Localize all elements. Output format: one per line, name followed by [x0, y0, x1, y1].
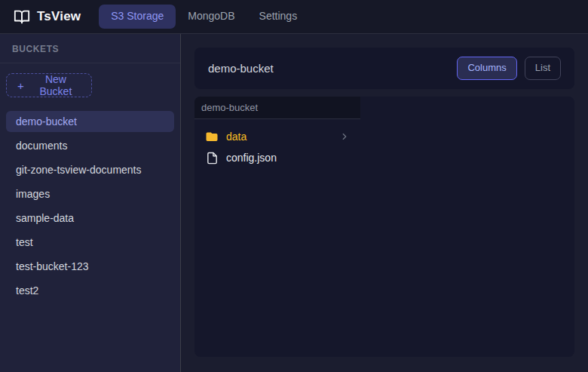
plus-icon: +: [17, 80, 24, 91]
file-icon: [205, 152, 219, 164]
brand[interactable]: TsView: [14, 8, 81, 25]
nav-tab[interactable]: Settings: [247, 5, 310, 28]
brand-title: TsView: [37, 9, 81, 24]
column-item-folder[interactable]: data: [199, 126, 356, 147]
page-body: BUCKETS + New Bucket demo-bucketdocument…: [0, 34, 588, 372]
column-item-list: data config.json: [194, 126, 360, 168]
bucket-list: demo-bucketdocumentsgit-zone-tsview-docu…: [0, 111, 180, 304]
column-item-file[interactable]: config.json: [199, 147, 356, 168]
sidebar-bucket-item[interactable]: demo-bucket: [6, 111, 174, 132]
browser-column: demo-bucket data config.json: [194, 97, 360, 357]
book-open-icon: [14, 8, 30, 25]
view-toggle-button[interactable]: Columns: [457, 57, 516, 80]
sidebar-bucket-item[interactable]: documents: [6, 135, 174, 156]
column-header: demo-bucket: [194, 97, 360, 119]
item-name: data: [226, 131, 247, 143]
sidebar-section-header: BUCKETS: [0, 34, 180, 63]
top-navbar: TsView S3 StorageMongoDBSettings: [0, 0, 588, 34]
sidebar: BUCKETS + New Bucket demo-bucketdocument…: [0, 34, 181, 372]
sidebar-bucket-item[interactable]: git-zone-tsview-documents: [6, 159, 174, 180]
bucket-title: demo-bucket: [208, 62, 274, 75]
nav-tabs: S3 StorageMongoDBSettings: [99, 5, 309, 28]
item-name: config.json: [226, 152, 277, 164]
sidebar-bucket-item[interactable]: sample-data: [6, 208, 174, 229]
sidebar-bucket-item[interactable]: test-bucket-123: [6, 256, 174, 277]
new-bucket-label: New Bucket: [31, 73, 81, 97]
bucket-header-bar: demo-bucket ColumnsList: [194, 48, 574, 89]
nav-tab[interactable]: S3 Storage: [99, 5, 176, 28]
sidebar-bucket-item[interactable]: test2: [6, 280, 174, 301]
buckets-heading: BUCKETS: [12, 44, 59, 54]
main-content: demo-bucket ColumnsList demo-bucket data: [181, 34, 588, 372]
folder-icon: [205, 130, 219, 143]
nav-tab[interactable]: MongoDB: [176, 5, 247, 28]
sidebar-bucket-item[interactable]: images: [6, 183, 174, 204]
view-mode-toggle: ColumnsList: [457, 57, 561, 80]
chevron-right-icon: [339, 131, 350, 142]
sidebar-bucket-item[interactable]: test: [6, 232, 174, 253]
app-root: TsView S3 StorageMongoDBSettings BUCKETS…: [0, 0, 588, 372]
view-toggle-button[interactable]: List: [525, 57, 561, 80]
file-browser-panel: demo-bucket data config.json: [194, 97, 574, 357]
new-bucket-button[interactable]: + New Bucket: [6, 73, 92, 97]
